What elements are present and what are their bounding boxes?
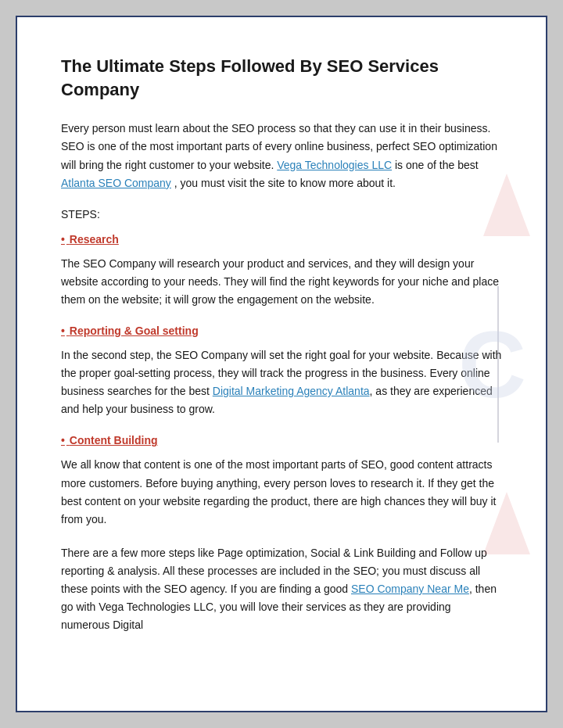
article-title: The Ultimate Steps Followed By SEO Servi… bbox=[61, 55, 502, 101]
digital-marketing-link[interactable]: Digital Marketing Agency Atlanta bbox=[213, 385, 370, 397]
content-building-body2: There are a few more steps like Page opt… bbox=[61, 544, 502, 634]
steps-label: STEPS: bbox=[61, 208, 502, 221]
content-building-heading: Content Building bbox=[61, 434, 502, 446]
content-building-body1: We all know that content is one of the m… bbox=[61, 456, 502, 528]
atlanta-seo-link[interactable]: Atlanta SEO Company bbox=[61, 177, 171, 189]
article-container: C The Ultimate Steps Followed By SEO Ser… bbox=[16, 16, 547, 712]
intro-paragraph: Every person must learn about the SEO pr… bbox=[61, 120, 502, 192]
content-building-section: Content Building We all know that conten… bbox=[61, 434, 502, 634]
research-heading: Research bbox=[61, 233, 502, 246]
research-section: Research The SEO Company will research y… bbox=[61, 233, 502, 309]
intro-end-text: , you must visit the site to know more a… bbox=[174, 177, 396, 189]
reporting-body: In the second step, the SEO Company will… bbox=[61, 346, 502, 418]
reporting-section: Reporting & Goal setting In the second s… bbox=[61, 325, 502, 418]
seo-company-near-me-link[interactable]: SEO Company Near Me bbox=[351, 583, 469, 595]
reporting-heading: Reporting & Goal setting bbox=[61, 325, 502, 337]
vega-technologies-link[interactable]: Vega Technologies LLC bbox=[277, 159, 392, 171]
research-body: The SEO Company will research your produ… bbox=[61, 255, 502, 309]
intro-mid-text: is one of the best bbox=[395, 159, 479, 171]
